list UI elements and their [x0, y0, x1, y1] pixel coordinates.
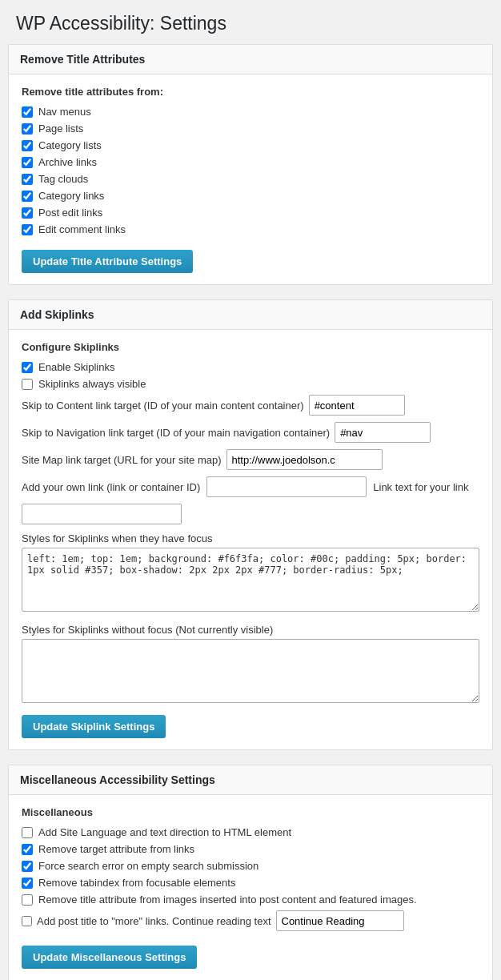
skiplinks-section: Add Skiplinks Configure Skiplinks Enable… — [8, 299, 493, 750]
checkbox-row-tabindex: Remove tabindex from focusable elements — [22, 877, 479, 889]
checkbox-edit-comment-links[interactable] — [22, 224, 33, 235]
link-text-label: Link text for your link — [373, 481, 468, 493]
label-more-links[interactable]: Add post title to "more" links. Continue… — [37, 915, 271, 927]
update-skiplink-settings-button[interactable]: Update Skiplink Settings — [22, 715, 166, 738]
misc-section: Miscellaneous Accessibility Settings Mis… — [8, 765, 493, 980]
title-attributes-section: Remove Title Attributes Remove title att… — [8, 44, 493, 285]
checkbox-force-search-error[interactable] — [22, 861, 33, 872]
page-title: WP Accessibility: Settings — [0, 0, 501, 44]
checkbox-row-skiplinks-visible: Skiplinks always visible — [22, 378, 479, 390]
label-enable-skiplinks[interactable]: Enable Skiplinks — [38, 361, 114, 373]
skiplinks-header: Add Skiplinks — [9, 300, 492, 330]
nofocus-styles-label: Styles for Skiplinks without focus (Not … — [22, 624, 479, 636]
checkbox-archive-links[interactable] — [22, 157, 33, 168]
skip-nav-input[interactable] — [335, 422, 431, 443]
focus-styles-label: Styles for Skiplinks when they have focu… — [22, 532, 479, 544]
label-tag-clouds[interactable]: Tag clouds — [38, 173, 88, 185]
label-category-links[interactable]: Category links — [38, 190, 104, 202]
skip-content-field-row: Skip to Content link target (ID of your … — [22, 395, 479, 416]
label-nav-menus[interactable]: Nav menus — [38, 106, 91, 118]
continue-reading-input[interactable] — [276, 910, 404, 931]
label-force-search-error[interactable]: Force search error on empty search submi… — [38, 860, 259, 872]
own-link-label: Add your own link (link or container ID) — [22, 481, 200, 493]
checkbox-site-language[interactable] — [22, 827, 33, 838]
checkbox-skiplinks-always-visible[interactable] — [22, 379, 33, 390]
skip-nav-label: Skip to Navigation link target (ID of yo… — [22, 427, 330, 439]
more-links-row: Add post title to "more" links. Continue… — [22, 910, 479, 931]
label-site-language[interactable]: Add Site Language and text direction to … — [38, 826, 291, 838]
label-remove-img-title[interactable]: Remove title attribute from images inser… — [38, 894, 417, 906]
checkbox-page-lists[interactable] — [22, 123, 33, 135]
skip-content-input[interactable] — [309, 395, 405, 416]
checkbox-row-arch: Archive links — [22, 156, 479, 168]
checkbox-remove-img-title[interactable] — [22, 894, 33, 906]
checkbox-category-lists[interactable] — [22, 140, 33, 151]
checkbox-nav-menus[interactable] — [22, 106, 33, 118]
update-misc-settings-button[interactable]: Update Miscellaneous Settings — [22, 946, 197, 969]
checkbox-row-catlinks: Category links — [22, 190, 479, 202]
label-post-edit-links[interactable]: Post edit links — [38, 207, 102, 219]
checkbox-enable-skiplinks[interactable] — [22, 362, 33, 373]
sitemap-label: Site Map link target (URL for your site … — [22, 454, 222, 466]
sitemap-field-row: Site Map link target (URL for your site … — [22, 449, 479, 470]
checkbox-remove-target[interactable] — [22, 844, 33, 855]
checkbox-row-post: Post edit links — [22, 207, 479, 219]
checkbox-row-enable-skiplinks: Enable Skiplinks — [22, 361, 479, 373]
skip-content-label: Skip to Content link target (ID of your … — [22, 400, 304, 412]
update-title-attributes-button[interactable]: Update Title Attribute Settings — [22, 250, 193, 273]
skip-nav-field-row: Skip to Navigation link target (ID of yo… — [22, 422, 479, 443]
label-page-lists[interactable]: Page lists — [38, 122, 83, 135]
skiplinks-subheader: Configure Skiplinks — [22, 341, 479, 353]
label-skiplinks-always-visible[interactable]: Skiplinks always visible — [38, 378, 146, 390]
checkbox-row-comment: Edit comment links — [22, 223, 479, 235]
sitemap-input[interactable] — [226, 449, 383, 470]
label-edit-comment-links[interactable]: Edit comment links — [38, 223, 126, 235]
checkbox-row-page: Page lists — [22, 122, 479, 135]
label-remove-target[interactable]: Remove target attribute from links — [38, 843, 194, 855]
checkbox-post-edit-links[interactable] — [22, 207, 33, 219]
label-archive-links[interactable]: Archive links — [38, 156, 97, 168]
label-category-lists[interactable]: Category lists — [38, 139, 102, 151]
checkbox-row-lang: Add Site Language and text direction to … — [22, 826, 479, 838]
checkbox-row-target: Remove target attribute from links — [22, 843, 479, 855]
checkbox-more-links[interactable] — [22, 916, 32, 926]
own-link-row: Add your own link (link or container ID)… — [22, 476, 479, 524]
misc-header: Miscellaneous Accessibility Settings — [9, 765, 492, 795]
checkbox-tag-clouds[interactable] — [22, 174, 33, 185]
checkbox-row-tag: Tag clouds — [22, 173, 479, 185]
focus-styles-textarea[interactable]: left: 1em; top: 1em; background: #f6f3fa… — [22, 548, 479, 612]
checkbox-row-imgattr: Remove title attribute from images inser… — [22, 894, 479, 906]
label-remove-tabindex[interactable]: Remove tabindex from focusable elements — [38, 877, 235, 889]
misc-body: Miscellaneous Add Site Language and text… — [9, 795, 492, 980]
nofocus-styles-textarea[interactable] — [22, 639, 479, 703]
title-attributes-body: Remove title attributes from: Nav menus … — [9, 74, 492, 284]
title-attributes-header: Remove Title Attributes — [9, 45, 492, 74]
misc-subheader: Miscellaneous — [22, 806, 479, 818]
checkbox-row-nav: Nav menus — [22, 106, 479, 118]
checkbox-row-cat: Category lists — [22, 139, 479, 151]
link-text-input[interactable] — [22, 504, 182, 524]
title-attributes-subheader: Remove title attributes from: — [22, 86, 479, 98]
checkbox-remove-tabindex[interactable] — [22, 878, 33, 889]
checkbox-category-links[interactable] — [22, 191, 33, 202]
own-link-input[interactable] — [206, 476, 367, 497]
skiplinks-body: Configure Skiplinks Enable Skiplinks Ski… — [9, 330, 492, 749]
checkbox-row-search: Force search error on empty search submi… — [22, 860, 479, 872]
